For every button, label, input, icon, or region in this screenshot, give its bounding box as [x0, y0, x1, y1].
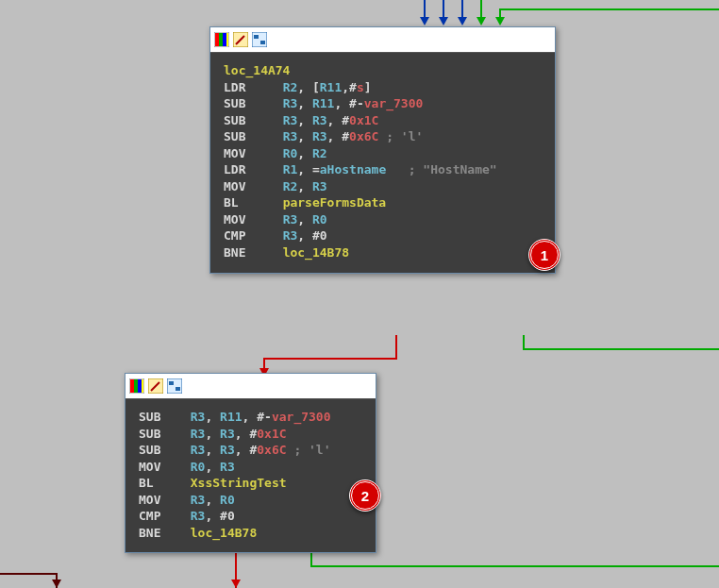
token-plain: , [297, 228, 312, 243]
token-var: var_7300 [272, 410, 331, 424]
mnemonic: MOV [139, 493, 191, 507]
group-icon[interactable] [252, 32, 267, 47]
asm-line: SUB R3, R3, #0x6C ; 'l' [224, 128, 542, 145]
asm-line: BNE loc_14B78 [224, 244, 542, 261]
asm-line: CMP R3, #0 [224, 227, 542, 244]
token-reg: R11 [312, 96, 334, 110]
asm-line: CMP R3, #0 [139, 508, 362, 525]
svg-rect-15 [130, 379, 134, 393]
cfg-node-loc-14A74[interactable]: loc_14A74 LDR R2, [R11,#s]SUB R3, R11, #… [209, 26, 556, 274]
edge-arrow [439, 17, 448, 25]
token-hash: # [312, 228, 320, 243]
color-icon[interactable] [129, 378, 144, 394]
token-plain: , [ [297, 80, 319, 94]
node-body: SUB R3, R11, #-var_7300SUB R3, R3, #0x1C… [125, 399, 376, 552]
asm-line: SUB R3, R3, #0x6C ; 'l' [139, 442, 362, 459]
token-reg: R3 [191, 410, 206, 424]
annotation-badge-1: 1 [528, 239, 560, 271]
asm-line: LDR R1, =aHostname ; "HostName" [224, 161, 542, 178]
token-plain: , [242, 410, 258, 424]
token-reg: R3 [312, 129, 327, 143]
token-hex: 0x1C [257, 427, 286, 441]
mnemonic: SUB [139, 443, 191, 457]
token-reg: R3 [312, 113, 327, 127]
annotation-badge-2: 2 [349, 479, 381, 512]
token-reg: R0 [312, 212, 327, 227]
svg-rect-22 [169, 381, 174, 385]
token-plain: , [205, 410, 220, 424]
edit-icon[interactable] [148, 378, 163, 394]
token-reg: R3 [191, 443, 206, 457]
token-reg: R3 [283, 96, 298, 110]
token-plain: , [297, 146, 312, 160]
token-reg: R1 [283, 162, 298, 176]
token-hash: #- [257, 410, 272, 424]
group-icon[interactable] [167, 378, 182, 394]
token-cmt: ; 'l' [287, 443, 331, 457]
svg-rect-18 [142, 379, 143, 393]
token-hex: 0x6C [349, 129, 378, 143]
svg-rect-21 [167, 378, 182, 394]
asm-line: SUB R3, R11, #-var_7300 [224, 95, 542, 112]
token-plain: , [297, 212, 312, 227]
asm-line: SUB R3, R3, #0x1C [224, 112, 542, 129]
mnemonic: BNE [139, 526, 191, 540]
token-str: aHostname [320, 162, 386, 176]
mnemonic: CMP [224, 228, 283, 243]
token-plain: , [235, 443, 250, 457]
token-reg: R0 [220, 493, 235, 507]
token-num: 0 [227, 509, 235, 523]
token-reg: R2 [283, 80, 298, 94]
token-reg: R3 [283, 212, 298, 227]
mnemonic: LDR [224, 162, 283, 176]
token-reg: R2 [312, 146, 327, 160]
svg-rect-13 [260, 41, 265, 44]
token-reg: R3 [283, 113, 298, 127]
token-reg: R0 [283, 146, 298, 160]
asm-line: MOV R0, R3 [139, 459, 362, 476]
token-plain: , [297, 129, 312, 143]
token-plain: , [297, 162, 312, 176]
edge-arrow [477, 17, 486, 25]
mnemonic: CMP [139, 509, 191, 523]
asm-line: SUB R3, R3, #0x1C [139, 426, 362, 443]
asm-line: BL XssStringTest [139, 475, 362, 492]
token-reg: R11 [220, 410, 242, 424]
mnemonic: LDR [224, 80, 283, 94]
edge-arrow [52, 580, 61, 588]
token-reg: R3 [220, 460, 235, 474]
asm-line: LDR R2, [R11,#s] [224, 79, 542, 96]
token-reg: R11 [320, 80, 342, 94]
edit-icon[interactable] [233, 32, 248, 47]
asm-line: BNE loc_14B78 [139, 525, 362, 542]
token-call: XssStringTest [191, 476, 287, 490]
node-body: loc_14A74 LDR R2, [R11,#s]SUB R3, R11, #… [210, 53, 555, 273]
node-header [210, 27, 555, 53]
cfg-node-2[interactable]: SUB R3, R11, #-var_7300SUB R3, R3, #0x1C… [125, 373, 376, 553]
token-plain: , [297, 113, 312, 127]
token-reg: R0 [191, 460, 206, 474]
svg-rect-8 [226, 33, 228, 46]
token-plain: , [235, 427, 250, 441]
svg-rect-16 [134, 379, 138, 393]
asm-line: MOV R3, R0 [224, 211, 542, 228]
svg-rect-11 [252, 32, 267, 47]
token-reg: R3 [283, 228, 298, 243]
token-reg: R3 [220, 427, 235, 441]
color-icon[interactable] [214, 32, 229, 47]
token-plain: , [205, 460, 220, 474]
token-cmt: ; 'l' [378, 129, 423, 143]
asm-line: MOV R2, R3 [224, 178, 542, 195]
token-var: var_7300 [364, 96, 424, 110]
token-reg: R3 [312, 179, 327, 193]
token-reg: R2 [283, 179, 298, 193]
token-hex: 0x6C [257, 443, 286, 457]
token-plain: , [334, 96, 349, 110]
edge-arrow [231, 580, 241, 588]
token-hash: # [342, 113, 349, 127]
token-plain: ] [364, 80, 372, 94]
token-var: s [357, 80, 364, 94]
token-plain: , [297, 96, 312, 110]
token-reg: R3 [191, 509, 206, 523]
token-reg: R3 [220, 443, 235, 457]
